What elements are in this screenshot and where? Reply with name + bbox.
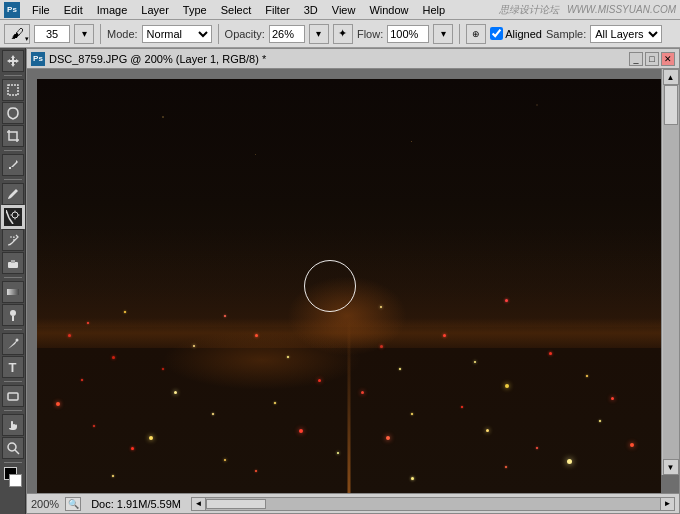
menu-type[interactable]: Type — [177, 3, 213, 17]
sample-label: Sample: — [546, 28, 586, 40]
sep-3 — [4, 179, 22, 180]
menu-select[interactable]: Select — [215, 3, 258, 17]
close-button[interactable]: ✕ — [661, 52, 675, 66]
brush-size-dropdown[interactable]: ▾ — [74, 24, 94, 44]
svg-rect-13 — [8, 393, 18, 400]
tool-eraser[interactable] — [2, 252, 24, 274]
tool-pen[interactable] — [2, 333, 24, 355]
tool-history-brush[interactable] — [2, 229, 24, 251]
zoom-status-icon[interactable]: 🔍 — [65, 497, 81, 511]
airbrush-icon[interactable]: ✦ — [333, 24, 353, 44]
menu-help[interactable]: Help — [417, 3, 452, 17]
sep-6 — [4, 381, 22, 382]
svg-point-14 — [8, 443, 16, 451]
vertical-scrollbar[interactable]: ▲ ▼ — [661, 69, 679, 475]
document-title-bar: Ps DSC_8759.JPG @ 200% (Layer 1, RGB/8) … — [26, 48, 680, 68]
document-title: DSC_8759.JPG @ 200% (Layer 1, RGB/8) * — [49, 53, 266, 65]
svg-point-10 — [10, 310, 16, 316]
tool-text[interactable]: T — [2, 356, 24, 378]
doc-title-controls: _ □ ✕ — [629, 52, 675, 66]
sep-8 — [4, 462, 22, 463]
ps-app-icon: Ps — [4, 2, 20, 18]
divider-2 — [218, 24, 219, 44]
doc-title-left: Ps DSC_8759.JPG @ 200% (Layer 1, RGB/8) … — [31, 52, 266, 66]
tool-crop[interactable] — [2, 125, 24, 147]
city-lights-layer — [37, 265, 661, 493]
menu-view[interactable]: View — [326, 3, 362, 17]
scroll-left-arrow[interactable]: ◄ — [192, 498, 206, 510]
flow-dropdown[interactable]: ▾ — [433, 24, 453, 44]
brush-preset-picker[interactable]: 🖌 ▾ — [4, 24, 30, 44]
doc-size-label: Doc: 1.91M/5.59M — [91, 498, 181, 510]
color-swatches[interactable] — [2, 467, 24, 487]
canvas-wrapper[interactable]: ▲ ▼ — [26, 68, 680, 494]
menu-layer[interactable]: Layer — [135, 3, 175, 17]
tool-clone-stamp[interactable] — [2, 206, 24, 228]
scroll-right-arrow[interactable]: ► — [660, 498, 674, 510]
sep-1 — [4, 75, 22, 76]
toolbar: T — [0, 48, 26, 514]
divider-1 — [100, 24, 101, 44]
flow-input[interactable] — [387, 25, 429, 43]
divider-3 — [459, 24, 460, 44]
opacity-label: Opacity: — [225, 28, 265, 40]
tool-move[interactable] — [2, 50, 24, 72]
sep-4 — [4, 277, 22, 278]
svg-rect-0 — [8, 85, 18, 95]
svg-line-15 — [15, 450, 19, 454]
status-bar: 200% 🔍 Doc: 1.91M/5.59M ◄ ► — [26, 494, 680, 514]
tablet-pressure-icon[interactable]: ⊕ — [466, 24, 486, 44]
document-area: Ps DSC_8759.JPG @ 200% (Layer 1, RGB/8) … — [26, 48, 680, 514]
main-layout: T Ps DSC_8759.JPG @ 20 — [0, 48, 680, 514]
tool-lasso[interactable] — [2, 102, 24, 124]
sep-7 — [4, 410, 22, 411]
menu-edit[interactable]: Edit — [58, 3, 89, 17]
menu-window[interactable]: Window — [363, 3, 414, 17]
sample-select[interactable]: All Layers — [590, 25, 662, 43]
scroll-track-h[interactable] — [206, 498, 660, 510]
svg-line-6 — [6, 210, 9, 218]
tool-gradient[interactable] — [2, 281, 24, 303]
scroll-thumb-vertical[interactable] — [664, 85, 678, 125]
zoom-level: 200% — [31, 498, 59, 510]
menu-image[interactable]: Image — [91, 3, 134, 17]
flow-label: Flow: — [357, 28, 383, 40]
opacity-input[interactable] — [269, 25, 305, 43]
sep-5 — [4, 329, 22, 330]
menu-3d[interactable]: 3D — [298, 3, 324, 17]
doc-ps-icon: Ps — [31, 52, 45, 66]
tool-shape[interactable] — [2, 385, 24, 407]
restore-button[interactable]: □ — [645, 52, 659, 66]
sep-2 — [4, 150, 22, 151]
scroll-track-vertical[interactable] — [663, 85, 679, 459]
night-canvas[interactable] — [37, 79, 661, 493]
tool-dodge[interactable] — [2, 304, 24, 326]
background-color[interactable] — [9, 474, 22, 487]
watermark: 思绿设计论坛 WWW.MISSYUAN.COM — [499, 3, 676, 17]
svg-point-1 — [12, 212, 18, 218]
svg-rect-8 — [11, 260, 15, 263]
svg-rect-9 — [7, 289, 19, 295]
menu-file[interactable]: File — [26, 3, 56, 17]
opacity-dropdown[interactable]: ▾ — [309, 24, 329, 44]
scroll-up-arrow[interactable]: ▲ — [663, 69, 679, 85]
horizontal-scrollbar[interactable]: ◄ ► — [191, 497, 675, 511]
svg-point-12 — [15, 339, 18, 342]
tool-brush[interactable] — [2, 183, 24, 205]
aligned-checkbox-group: Aligned — [490, 27, 542, 40]
scroll-thumb-h[interactable] — [206, 499, 266, 509]
menu-filter[interactable]: Filter — [259, 3, 295, 17]
scroll-down-arrow[interactable]: ▼ — [663, 459, 679, 475]
mode-label: Mode: — [107, 28, 138, 40]
options-bar: 🖌 ▾ 35 ▾ Mode: Normal Opacity: ▾ ✦ Flow:… — [0, 20, 680, 48]
tool-marquee-rect[interactable] — [2, 79, 24, 101]
mode-select[interactable]: Normal — [142, 25, 212, 43]
aligned-checkbox[interactable] — [490, 27, 503, 40]
tool-zoom[interactable] — [2, 437, 24, 459]
menu-bar: Ps File Edit Image Layer Type Select Fil… — [0, 0, 680, 20]
aligned-label: Aligned — [505, 28, 542, 40]
tool-eyedropper[interactable] — [2, 154, 24, 176]
brush-size-display[interactable]: 35 — [34, 25, 70, 43]
tool-hand[interactable] — [2, 414, 24, 436]
minimize-button[interactable]: _ — [629, 52, 643, 66]
